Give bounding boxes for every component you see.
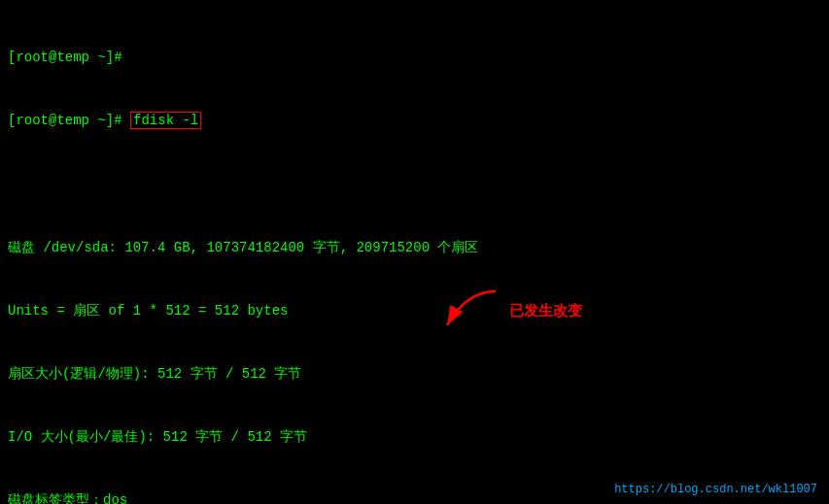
- empty-1: [8, 175, 821, 196]
- line-4: 磁盘 /dev/sda: 107.4 GB, 107374182400 字节, …: [8, 238, 821, 259]
- arrow-icon: [428, 286, 505, 335]
- line-2: [root@temp ~]# fdisk -l: [8, 111, 821, 132]
- line-6: 扇区大小(逻辑/物理): 512 字节 / 512 字节: [8, 364, 821, 386]
- line-7: I/O 大小(最小/最佳): 512 字节 / 512 字节: [8, 427, 821, 449]
- line-5: Units = 扇区 of 1 * 512 = 512 bytes: [8, 301, 821, 322]
- fdisk-command: fdisk -l: [130, 112, 201, 129]
- terminal: [root@temp ~]# [root@temp ~]# fdisk -l 磁…: [0, 0, 829, 504]
- footer-url: https://blog.csdn.net/wkl1007: [614, 483, 817, 496]
- line-1: [root@temp ~]#: [8, 48, 821, 69]
- changed-label: 已发生改变: [509, 302, 582, 320]
- annotation-container: 已发生改变: [428, 286, 582, 335]
